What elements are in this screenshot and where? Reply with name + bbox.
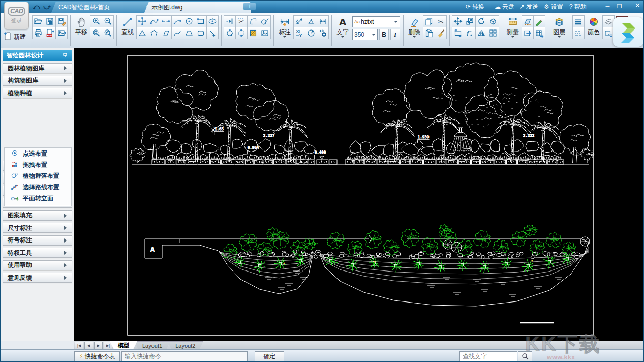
- submenu-item-1[interactable]: 点选布置: [5, 148, 71, 159]
- toolbar-copy-button[interactable]: [423, 15, 435, 27]
- toolbar-save-as-button[interactable]: [55, 15, 68, 27]
- forward-arrow-icon[interactable]: ⤻: [42, 2, 52, 11]
- sidebar-item-2[interactable]: 构筑物图库: [3, 76, 72, 86]
- toolbar-print-button[interactable]: [32, 27, 44, 39]
- sidebar-item-3[interactable]: 植物种植: [3, 88, 72, 98]
- toolbar-color-button[interactable]: 颜色: [586, 15, 601, 36]
- toolbar-zoom-window-button[interactable]: [90, 27, 102, 39]
- titlebar-menu-help[interactable]: ?帮助: [569, 2, 587, 11]
- toolbar-export-table-button[interactable]: [533, 27, 545, 39]
- toolbar-match-props-button[interactable]: [435, 27, 447, 39]
- toolbar-offset-button[interactable]: [464, 27, 476, 39]
- toolbar-ellipse-button[interactable]: [206, 15, 219, 27]
- text-size-select[interactable]: 350: [352, 29, 378, 40]
- toolbar-rectangle-button[interactable]: [195, 15, 207, 27]
- toolbar-line-button[interactable]: 直线: [120, 15, 135, 36]
- toolbar-dim-ordinate-button[interactable]: XY: [293, 27, 305, 39]
- toolbar-measure-area-button[interactable]: [522, 15, 534, 27]
- toolbar-circle-button[interactable]: [183, 15, 195, 27]
- toolbar-extend-button[interactable]: [224, 15, 236, 27]
- toolbar-leader-button[interactable]: [206, 27, 219, 39]
- toolbar-base-point-button[interactable]: [452, 27, 464, 39]
- drawing-canvas[interactable]: 1.650.9642.2270.4001.9392.222A: [74, 48, 644, 341]
- toolbar-image-button[interactable]: [259, 27, 271, 39]
- submenu-item-3[interactable]: 植物群落布置: [5, 170, 71, 182]
- titlebar-menu-settings[interactable]: ⚙设置: [544, 2, 563, 11]
- toolbar-multiline-button[interactable]: [136, 15, 148, 27]
- title-tab-2[interactable]: 示例图.dwg✕: [144, 2, 251, 13]
- toolbar-spline-button[interactable]: [171, 27, 183, 39]
- toolbar-mirror-button[interactable]: [475, 27, 487, 39]
- bold-button[interactable]: B: [379, 29, 389, 40]
- new-file-button[interactable]: 新建: [3, 30, 31, 43]
- toolbar-text-button[interactable]: A文字: [335, 15, 350, 39]
- pin-icon[interactable]: [62, 52, 68, 58]
- submenu-item-5[interactable]: 平面转立面: [5, 193, 71, 204]
- toolbar-tangent-button[interactable]: [259, 15, 271, 27]
- s-plugin-logo[interactable]: [613, 17, 643, 47]
- find-text-input[interactable]: [459, 351, 517, 361]
- ok-button[interactable]: 确定: [255, 351, 284, 361]
- toolbar-erase-button[interactable]: 删除: [407, 15, 422, 39]
- layout-nav-first-button[interactable]: |◀: [75, 342, 83, 349]
- titlebar-menu-cloud[interactable]: ☁云盘: [495, 2, 514, 11]
- new-tab-button[interactable]: +: [243, 3, 256, 10]
- sidebar-item-11[interactable]: 特权工具: [3, 248, 72, 258]
- submenu-item-4[interactable]: 选择路线布置: [5, 182, 71, 193]
- toolbar-polygon-select-button[interactable]: [235, 27, 248, 39]
- title-tab-1[interactable]: CAD智绘园林-首页✕: [51, 2, 154, 13]
- toolbar-linetype-button[interactable]: [572, 27, 585, 39]
- toolbar-move-button[interactable]: [452, 15, 464, 27]
- toolbar-pentagon-button[interactable]: [148, 27, 160, 39]
- toolbar-open-button[interactable]: [32, 15, 44, 27]
- toolbar-trapezoid-button[interactable]: [183, 27, 195, 39]
- toolbar-rounded-rect-button[interactable]: [195, 27, 207, 39]
- toolbar-polyline-button[interactable]: [148, 15, 160, 27]
- toolbar-dimension-button[interactable]: 标注: [277, 15, 292, 39]
- sidebar-item-10[interactable]: 符号标注: [3, 235, 72, 246]
- toolbar-layers-button[interactable]: 图层: [551, 15, 567, 39]
- toolbar-array-button[interactable]: [487, 27, 499, 39]
- toolbar-export-image-button[interactable]: [55, 27, 68, 39]
- toolbar-dim-style-button[interactable]: [317, 27, 329, 39]
- sidebar-item-12[interactable]: 使用帮助: [3, 260, 72, 270]
- toolbar-dim-linear-button[interactable]: [317, 15, 329, 27]
- minimize-button[interactable]: ─: [603, 3, 612, 10]
- toolbar-scale-button[interactable]: [464, 15, 476, 27]
- layout-nav-next-button[interactable]: ▶: [94, 342, 103, 349]
- sidebar-header[interactable]: 智绘园林设计: [3, 50, 72, 61]
- sidebar-item-8[interactable]: 图案填充: [3, 210, 72, 221]
- shortcut-table-button[interactable]: ⚡ 快捷命令表: [74, 351, 120, 361]
- toolbar-dim-radius-button[interactable]: [305, 27, 317, 39]
- toolbar-construction-line-button[interactable]: [160, 15, 172, 27]
- submenu-item-2[interactable]: 拖拽布置: [5, 159, 71, 170]
- find-text-button[interactable]: [518, 351, 532, 361]
- toolbar-fillet-button[interactable]: [247, 15, 259, 27]
- toolbar-triangle-button[interactable]: [136, 27, 148, 39]
- toolbar-hatch-button[interactable]: [247, 27, 259, 39]
- toolbar-zoom-in-button[interactable]: [90, 15, 102, 27]
- maximize-button[interactable]: ❐: [615, 3, 624, 10]
- toolbar-zoom-previous-button[interactable]: [102, 27, 114, 39]
- sidebar-item-13[interactable]: 意见反馈: [3, 273, 72, 283]
- toolbar-quick-draw-button[interactable]: [533, 15, 545, 27]
- login-button[interactable]: CAD 登录: [4, 2, 29, 29]
- italic-button[interactable]: I: [390, 29, 400, 40]
- toolbar-revision-cloud-button[interactable]: [224, 27, 236, 39]
- toolbar-lineweight-button[interactable]: [572, 15, 585, 27]
- layout-tab-1[interactable]: 模型: [110, 341, 137, 349]
- layout-tab-3[interactable]: Layout2: [167, 341, 203, 349]
- toolbar-rotate-button[interactable]: [475, 15, 487, 27]
- toolbar-paste-button[interactable]: [423, 27, 435, 39]
- toolbar-export-block-button[interactable]: [522, 27, 534, 39]
- toolbar-rotate-3d-button[interactable]: [487, 15, 499, 27]
- layout-tab-2[interactable]: Layout1: [134, 341, 170, 349]
- font-select[interactable]: Aahztxt: [352, 16, 400, 27]
- back-arrow-icon[interactable]: ⤺: [31, 2, 41, 11]
- close-button[interactable]: ✕: [633, 3, 642, 9]
- sidebar-item-1[interactable]: 园林植物图库: [3, 63, 72, 73]
- toolbar-pan-button[interactable]: 平移: [74, 15, 89, 36]
- command-input[interactable]: [121, 351, 248, 361]
- toolbar-arc-button[interactable]: [171, 15, 183, 27]
- toolbar-zoom-out-button[interactable]: [102, 15, 114, 27]
